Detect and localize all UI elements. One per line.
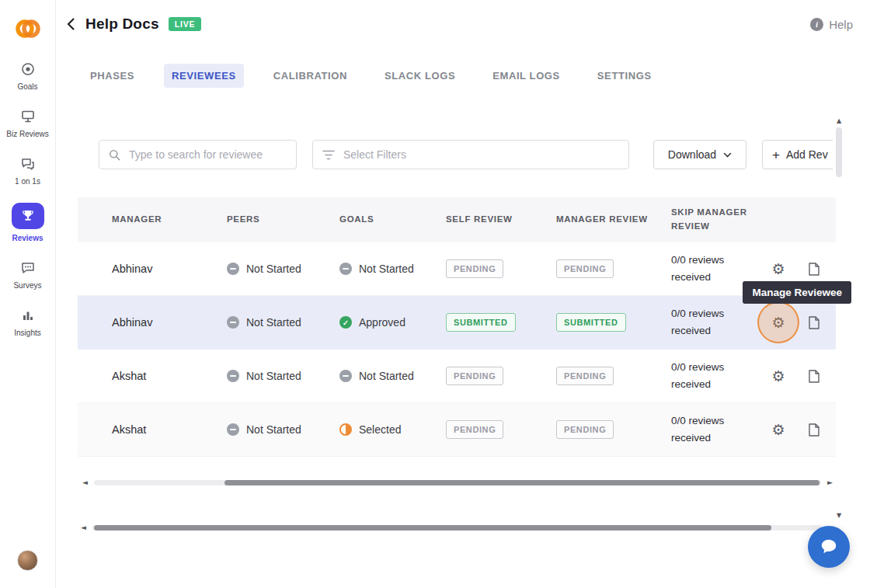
scrollbar-thumb[interactable]	[224, 480, 820, 485]
peers-status-cell: Not Started	[227, 316, 339, 329]
filters-field[interactable]	[312, 140, 629, 169]
peers-status-icon	[227, 316, 239, 329]
chat-launcher-button[interactable]	[808, 526, 850, 568]
self-review-status-badge: PENDING	[446, 420, 503, 439]
report-document-icon[interactable]	[805, 367, 823, 385]
report-document-icon[interactable]	[805, 420, 823, 439]
back-button[interactable]	[62, 15, 79, 33]
table-header-row: MANAGER PEERS GOALS SELF REVIEW MANAGER …	[78, 197, 836, 242]
page-title: Help Docs	[85, 16, 159, 33]
row-actions-cell: ⚙	[769, 420, 805, 439]
column-header-manager-review: MANAGER REVIEW	[556, 213, 671, 227]
biz-reviews-board-icon	[20, 108, 36, 125]
row-report-cell	[805, 313, 836, 332]
app-logo[interactable]	[14, 16, 42, 42]
scrollbar-track[interactable]	[92, 525, 822, 531]
manager-review-status-badge: PENDING	[556, 259, 614, 278]
app-screen: Goals Biz Reviews 1 on 1s Reviews	[0, 0, 870, 588]
search-icon	[109, 149, 120, 161]
sidebar-item-goals[interactable]: Goals	[2, 61, 54, 92]
sidebar-item-label: Reviews	[12, 233, 43, 243]
goals-target-icon	[20, 61, 36, 78]
table-body: Abhinav Not Started Not Started PENDING …	[78, 242, 836, 457]
sidebar-item-label: Goals	[17, 82, 37, 92]
sidebar-item-biz-reviews[interactable]: Biz Reviews	[2, 108, 54, 139]
live-status-badge: LIVE	[169, 17, 202, 31]
goals-status-cell: Not Started	[339, 370, 446, 382]
self-review-status-badge: SUBMITTED	[446, 313, 516, 332]
skip-manager-review-cell: 0/0 reviews received	[671, 412, 769, 447]
scroll-left-arrow-icon[interactable]: ◄	[82, 479, 88, 486]
scroll-left-arrow-icon[interactable]: ◄	[81, 524, 86, 531]
tab-settings[interactable]: SETTINGS	[590, 64, 659, 88]
manager-cell: Akshat	[112, 370, 227, 382]
user-avatar[interactable]	[17, 550, 38, 571]
tab-bar: PHASES REVIEWEES CALIBRATION SLACK LOGS …	[82, 64, 659, 88]
manage-reviewee-gear-icon[interactable]: ⚙	[769, 313, 788, 332]
tab-slack-logs[interactable]: SLACK LOGS	[377, 64, 463, 88]
row-report-cell	[805, 420, 836, 439]
self-review-cell: PENDING	[446, 367, 556, 385]
manager-cell: Abhinav	[112, 316, 227, 329]
plus-icon: +	[772, 148, 780, 162]
manager-review-cell: PENDING	[556, 259, 671, 278]
info-icon: i	[810, 18, 823, 31]
help-button[interactable]: i Help	[810, 18, 853, 31]
scrollbar-thumb[interactable]	[836, 127, 842, 177]
row-report-cell	[805, 367, 836, 385]
manage-reviewee-gear-icon[interactable]: ⚙	[769, 420, 788, 439]
reviewee-search-input[interactable]	[127, 148, 287, 162]
one-on-one-chat-icon	[20, 155, 36, 172]
scrollbar-track[interactable]	[836, 127, 842, 510]
column-header-skip-manager-review: SKIP MANAGER REVIEW	[671, 206, 769, 234]
tab-calibration[interactable]: CALIBRATION	[266, 64, 355, 88]
peers-status-cell: Not Started	[227, 423, 339, 436]
insights-chart-icon	[20, 307, 36, 324]
tab-reviewees[interactable]: REVIEWEES	[164, 64, 244, 88]
sidebar-item-insights[interactable]: Insights	[2, 307, 54, 338]
scrollbar-track[interactable]	[94, 480, 821, 485]
goals-status-label: Approved	[359, 316, 405, 329]
peers-status-cell: Not Started	[227, 370, 339, 382]
tab-email-logs[interactable]: EMAIL LOGS	[485, 64, 568, 88]
manager-review-status-badge: PENDING	[556, 367, 614, 385]
tab-phases[interactable]: PHASES	[82, 64, 142, 88]
report-document-icon[interactable]	[805, 259, 823, 278]
logo-icon	[14, 16, 42, 42]
sidebar-nav: Goals Biz Reviews 1 on 1s Reviews	[2, 61, 54, 338]
scroll-down-arrow-icon[interactable]: ▼	[837, 513, 841, 519]
chevron-down-icon	[723, 152, 732, 158]
goals-status-icon	[339, 423, 352, 436]
download-button[interactable]: Download	[653, 140, 746, 169]
chevron-left-icon	[67, 18, 75, 30]
sidebar-item-reviews[interactable]: Reviews	[2, 203, 54, 243]
filters-input[interactable]	[342, 148, 619, 162]
manager-review-cell: PENDING	[556, 420, 671, 439]
sidebar-item-label: Insights	[14, 328, 40, 338]
reviewee-search-field[interactable]	[99, 140, 297, 169]
scroll-up-arrow-icon[interactable]: ▲	[837, 118, 841, 124]
scroll-right-arrow-icon[interactable]: ►	[827, 479, 833, 486]
self-review-status-badge: PENDING	[446, 259, 503, 278]
sidebar-item-label: 1 on 1s	[15, 176, 40, 186]
table-row: Akshat Not Started Selected PENDING PEND…	[78, 403, 836, 457]
row-actions-cell: ⚙	[769, 259, 805, 278]
column-header-manager: MANAGER	[112, 213, 227, 227]
manager-cell: Abhinav	[112, 263, 227, 275]
scrollbar-thumb[interactable]	[94, 525, 771, 531]
sidebar-item-surveys[interactable]: Surveys	[2, 259, 54, 291]
goals-status-label: Selected	[359, 423, 401, 436]
row-actions-cell: ⚙ Manage Reviewee	[769, 313, 805, 332]
manage-reviewee-gear-icon[interactable]: ⚙	[769, 259, 788, 278]
report-document-icon[interactable]	[805, 313, 823, 332]
goals-status-icon	[339, 316, 352, 329]
sidebar-item-one-on-ones[interactable]: 1 on 1s	[2, 155, 54, 186]
row-actions-cell: ⚙	[769, 367, 805, 385]
add-reviewee-button[interactable]: + Add Rev	[762, 140, 836, 169]
manage-reviewee-gear-icon[interactable]: ⚙	[769, 367, 788, 385]
page-horizontal-scrollbar[interactable]: ◄	[81, 523, 828, 533]
goals-status-cell: Not Started	[339, 263, 446, 275]
peers-status-icon	[227, 423, 239, 436]
table-horizontal-scrollbar[interactable]: ◄ ►	[82, 478, 833, 488]
manager-review-cell: PENDING	[556, 367, 671, 385]
